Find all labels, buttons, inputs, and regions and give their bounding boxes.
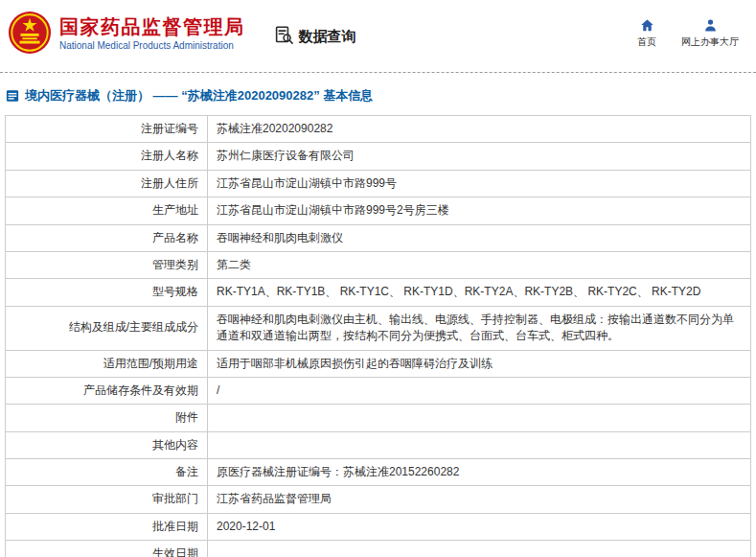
table-row: 审批部门江苏省药品监督管理局: [6, 486, 751, 513]
row-label: 其他内容: [6, 431, 208, 458]
table-row: 注册证编号苏械注准20202090282: [6, 116, 751, 143]
row-label: 产品名称: [6, 224, 208, 251]
row-value: 适用于咽部非机械原因损伤引起的吞咽障碍治疗及训练: [208, 350, 751, 377]
row-value: 第二类: [208, 251, 751, 278]
home-icon: [640, 18, 654, 33]
org-name-en: National Medical Products Administration: [59, 40, 245, 51]
row-value: 原医疗器械注册证编号：苏械注准20152260282: [208, 459, 751, 486]
row-value: 苏州仁康医疗设备有限公司: [208, 143, 751, 170]
site-header: 国家药品监督管理局 National Medical Products Admi…: [0, 0, 756, 73]
table-row: 结构及组成/主要组成成分吞咽神经和肌肉电刺激仪由主机、输出线、电源线、手持控制器…: [6, 306, 751, 350]
info-table-body: 注册证编号苏械注准20202090282注册人名称苏州仁康医疗设备有限公司注册人…: [6, 116, 751, 557]
info-table: 注册证编号苏械注准20202090282注册人名称苏州仁康医疗设备有限公司注册人…: [5, 115, 751, 557]
row-value: 江苏省昆山市淀山湖镇中市路999号: [208, 170, 751, 197]
row-label: 生效日期: [6, 541, 208, 557]
brand-text: 国家药品监督管理局 National Medical Products Admi…: [59, 15, 245, 51]
row-value: 2020-12-01: [208, 513, 751, 540]
row-label: 注册人名称: [6, 143, 208, 170]
national-emblem-logo: [8, 11, 52, 55]
data-query-label: 数据查询: [299, 28, 356, 46]
row-value: 江苏省昆山市淀山湖镇中市路999号2号房三楼: [208, 197, 751, 224]
row-label: 产品储存条件及有效期: [6, 377, 208, 404]
row-value: 吞咽神经和肌肉电刺激仪: [208, 224, 751, 251]
table-row: 生产地址江苏省昆山市淀山湖镇中市路999号2号房三楼: [6, 197, 751, 224]
row-value: [208, 431, 751, 458]
nav-service-hall-label: 网上办事大厅: [681, 35, 739, 49]
row-label: 结构及组成/主要组成成分: [6, 306, 208, 350]
user-icon: [703, 18, 718, 33]
table-row: 产品储存条件及有效期/: [6, 377, 751, 404]
row-label: 管理类别: [6, 251, 208, 278]
row-label: 注册人住所: [6, 170, 208, 197]
row-value: RK-TY1A、RK-TY1B、 RK-TY1C、 RK-TY1D、RK-TY2…: [208, 279, 751, 306]
row-label: 批准日期: [6, 513, 208, 540]
row-value: 苏械注准20202090282: [208, 116, 751, 143]
page-title-text: 境内医疗器械（注册） —— “苏械注准20202090282” 基本信息: [25, 87, 373, 104]
table-row: 备注原医疗器械注册证编号：苏械注准20152260282: [6, 459, 751, 486]
row-value: /: [208, 377, 751, 404]
page-title: 境内医疗器械（注册） —— “苏械注准20202090282” 基本信息: [6, 87, 756, 104]
table-row: 生效日期: [6, 541, 751, 557]
nav-home-label: 首页: [637, 35, 656, 49]
row-value: [208, 405, 751, 431]
row-label: 备注: [6, 459, 208, 486]
table-row: 型号规格RK-TY1A、RK-TY1B、 RK-TY1C、 RK-TY1D、RK…: [6, 279, 751, 306]
table-row: 适用范围/预期用途适用于咽部非机械原因损伤引起的吞咽障碍治疗及训练: [6, 350, 751, 377]
row-label: 适用范围/预期用途: [6, 350, 208, 377]
data-query-icon: [274, 25, 294, 48]
row-value: 吞咽神经和肌肉电刺激仪由主机、输出线、电源线、手持控制器、电极组成：按输出通道数…: [208, 306, 751, 350]
row-label: 生产地址: [6, 197, 208, 224]
document-icon: [6, 89, 19, 103]
table-row: 批准日期2020-12-01: [6, 513, 751, 540]
site-brand: 国家药品监督管理局 National Medical Products Admi…: [8, 11, 245, 55]
row-value: 江苏省药品监督管理局: [208, 486, 751, 513]
header-right-nav: 首页 网上办事大厅: [637, 18, 739, 49]
nav-data-query[interactable]: 数据查询: [274, 25, 356, 48]
row-value: [208, 541, 751, 557]
org-name-cn: 国家药品监督管理局: [59, 15, 245, 38]
row-label: 审批部门: [6, 486, 208, 513]
nav-home[interactable]: 首页: [637, 18, 656, 49]
row-label: 注册证编号: [6, 116, 208, 143]
table-row: 注册人名称苏州仁康医疗设备有限公司: [6, 143, 751, 170]
table-row: 产品名称吞咽神经和肌肉电刺激仪: [6, 224, 751, 251]
table-row: 管理类别第二类: [6, 251, 751, 278]
row-label: 附件: [6, 405, 208, 431]
nav-service-hall[interactable]: 网上办事大厅: [681, 18, 739, 49]
table-row: 附件: [6, 405, 751, 431]
table-row: 其他内容: [6, 431, 751, 458]
table-row: 注册人住所江苏省昆山市淀山湖镇中市路999号: [6, 170, 751, 197]
row-label: 型号规格: [6, 279, 208, 306]
